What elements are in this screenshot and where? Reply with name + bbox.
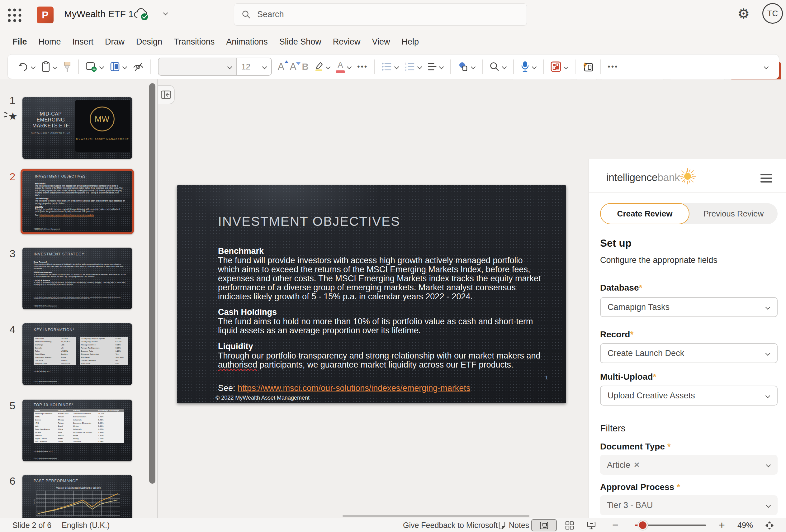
remove-article-icon[interactable]: × [634, 459, 640, 470]
font-color-button[interactable]: A [336, 61, 352, 73]
fit-to-window-icon[interactable] [765, 521, 774, 530]
cash-holdings-body[interactable]: The fund aims to hold no more than 10% o… [218, 317, 542, 335]
slide5-thumbnail[interactable]: TOP 10 HOLDINGS* NameDomicile IndustryPe… [22, 400, 132, 461]
align-chevron-icon[interactable] [439, 65, 444, 69]
undo-button[interactable] [18, 61, 36, 72]
menu-item[interactable]: Slide Show [279, 37, 321, 47]
normal-view-button[interactable] [531, 519, 557, 531]
menu-item[interactable]: Animations [226, 37, 268, 47]
settings-gear-icon[interactable]: ⚙ [737, 6, 749, 22]
slide2-thumbnail-selected[interactable]: INVESTMENT OBJECTIVES Benchmark The fund… [21, 169, 134, 234]
shrink-font-button[interactable]: A [290, 61, 297, 72]
search-bar[interactable] [234, 3, 527, 26]
align-button[interactable] [427, 62, 444, 71]
slide4-number[interactable]: 4 [6, 323, 19, 336]
feedback-link[interactable]: Give Feedback to Microsoft [403, 521, 498, 530]
new-slide-chevron-icon[interactable] [99, 65, 104, 69]
format-painter-button[interactable] [63, 61, 72, 72]
tab-previous-review[interactable]: Previous Review [690, 203, 778, 224]
slide6-thumbnail[interactable]: PAST PERFORMANCE Value of a Hypothetical… [22, 475, 132, 518]
canvas-horizontal-scrollbar[interactable] [343, 515, 529, 517]
ribbon-collapse-button[interactable] [764, 65, 768, 69]
designer-chevron-icon[interactable] [564, 65, 568, 69]
dictate-chevron-icon[interactable] [532, 65, 536, 69]
find-button[interactable] [489, 61, 507, 72]
bold-button[interactable]: B [302, 61, 308, 72]
font-size-select[interactable]: 12 [236, 58, 271, 75]
shapes-button[interactable] [458, 61, 476, 72]
numbering-button[interactable]: 123 [404, 62, 422, 71]
font-name-select[interactable] [159, 58, 236, 75]
shapes-chevron-icon[interactable] [471, 65, 476, 69]
language-selector[interactable]: English (U.K.) [62, 521, 110, 530]
slide6-number[interactable]: 6 [6, 475, 19, 487]
paste-button[interactable] [41, 61, 57, 72]
menu-item[interactable]: View [372, 37, 390, 47]
panel-menu-icon[interactable] [760, 174, 772, 183]
slide-title[interactable]: INVESTMENT OBJECTIVES [218, 214, 400, 229]
approval-process-select[interactable]: Tier 3 - BAU [600, 495, 778, 515]
slide3-number[interactable]: 3 [6, 248, 19, 260]
highlight-chevron-icon[interactable] [326, 65, 330, 69]
slide-sorter-view-icon[interactable] [565, 521, 574, 530]
numbering-chevron-icon[interactable] [417, 65, 422, 69]
zoom-out-button[interactable]: − [612, 519, 619, 531]
grow-font-button[interactable]: A [278, 61, 284, 72]
record-select[interactable]: Create Launch Deck [600, 343, 778, 363]
tab-create-review[interactable]: Create Review [600, 203, 690, 224]
zoom-slider-thumb[interactable] [638, 520, 648, 530]
search-input[interactable] [257, 10, 506, 19]
designer-button[interactable] [550, 61, 568, 72]
new-slide-button[interactable] [85, 61, 104, 72]
paste-chevron-icon[interactable] [53, 65, 57, 69]
menu-item[interactable]: File [13, 37, 27, 47]
app-launcher-icon[interactable] [7, 7, 22, 23]
layout-chevron-icon[interactable] [122, 65, 127, 69]
find-chevron-icon[interactable] [502, 65, 507, 69]
multi-upload-select[interactable]: Upload Creative Assets [600, 386, 778, 406]
liquidity-body[interactable]: Through our portfolio transparency and s… [218, 351, 542, 369]
title-dropdown-chevron-icon[interactable] [163, 11, 168, 15]
slide1-thumbnail[interactable]: MID-CAP EMERGING MARKETS ETF SUSTAINABLE… [22, 97, 132, 159]
slide4-thumbnail[interactable]: KEY INFORMATION* Net Assets£5.43bnShares… [22, 323, 132, 385]
slide2-number[interactable]: 2 [6, 171, 19, 183]
slideshow-view-icon[interactable] [587, 521, 596, 530]
powerpoint-app-icon[interactable]: P [37, 6, 53, 23]
quick-actions-button[interactable] [582, 61, 594, 72]
thumbnail-scrollbar[interactable] [149, 83, 155, 484]
liquidity-heading[interactable]: Liquidity [218, 342, 542, 351]
menu-item[interactable]: Insert [73, 37, 94, 47]
menu-item[interactable]: Help [401, 37, 419, 47]
avatar[interactable]: TC [762, 3, 783, 24]
zoom-level[interactable]: 49% [737, 521, 753, 530]
database-select[interactable]: Camapign Tasks [600, 297, 778, 317]
dictate-button[interactable] [521, 61, 536, 73]
notes-icon[interactable] [498, 521, 506, 530]
slide5-number[interactable]: 5 [6, 400, 19, 412]
bullets-button[interactable] [382, 62, 399, 71]
collapse-thumbnails-button[interactable] [158, 85, 175, 105]
slide-counter[interactable]: Slide 2 of 6 [13, 521, 51, 530]
highlight-button[interactable] [314, 61, 330, 72]
menu-item[interactable]: Design [136, 37, 162, 47]
menu-item[interactable]: Transitions [174, 37, 214, 47]
font-color-chevron-icon[interactable] [347, 65, 352, 69]
undo-chevron-icon[interactable] [31, 65, 36, 69]
more-font-options-button[interactable]: ••• [357, 62, 368, 71]
menu-item[interactable]: Home [39, 37, 61, 47]
layout-button[interactable] [110, 61, 127, 72]
menu-item[interactable]: Draw [105, 37, 124, 47]
notes-toggle[interactable]: Notes [509, 521, 529, 530]
more-commands-button[interactable]: ••• [607, 62, 618, 71]
slide-canvas[interactable]: INVESTMENT OBJECTIVES Benchmark The fund… [177, 185, 566, 403]
slide1-number[interactable]: 1 [6, 94, 19, 107]
document-type-select[interactable]: Article× [600, 455, 778, 475]
cash-holdings-heading[interactable]: Cash Holdings [218, 307, 542, 317]
menu-item[interactable]: Review [333, 37, 361, 47]
bullets-chevron-icon[interactable] [394, 65, 399, 69]
document-title[interactable]: MyWealth ETF 1 [64, 9, 134, 19]
zoom-in-button[interactable]: + [719, 519, 725, 531]
msci-link[interactable]: https://www.msci.com/our-solutions/index… [238, 384, 470, 393]
benchmark-heading[interactable]: Benchmark [218, 246, 542, 256]
slide3-thumbnail[interactable]: INVESTMENT STRATEGY Deep Research The ex… [22, 248, 132, 309]
